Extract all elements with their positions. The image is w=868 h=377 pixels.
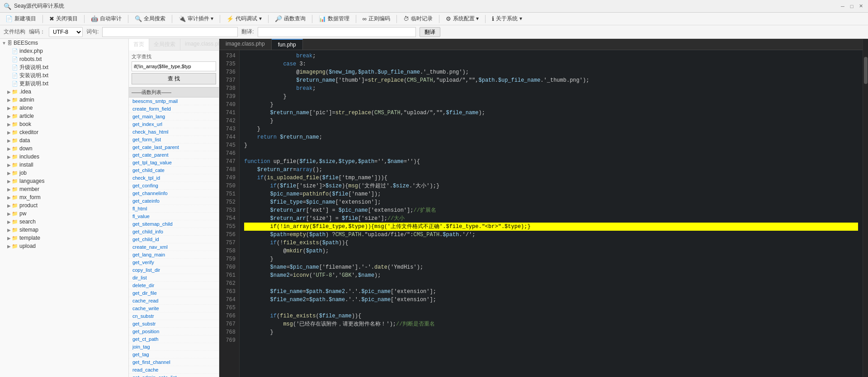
- tree-folder-book[interactable]: ▶ 📁 book: [0, 120, 128, 128]
- func-list-item[interactable]: get_channelinfo: [129, 190, 219, 197]
- menu-sys-config[interactable]: ⚙ 系统配置 ▾: [442, 14, 482, 24]
- func-list-item[interactable]: get_form_list: [129, 136, 219, 144]
- func-list-item[interactable]: check_has_html: [129, 128, 219, 136]
- tree-item-upgrade[interactable]: ▶ 📄 升级说明.txt: [0, 63, 128, 71]
- func-list-item[interactable]: copy_list_dir: [129, 266, 219, 274]
- tree-folder-search[interactable]: ▶ 📁 search: [0, 218, 128, 226]
- tab-global-search[interactable]: 全局搜索: [149, 39, 180, 50]
- minimize-button[interactable]: ─: [839, 3, 846, 10]
- func-list-item[interactable]: create_nav_xml: [129, 243, 219, 251]
- tree-folder-alone[interactable]: ▶ 📁 alone: [0, 104, 128, 112]
- right-scrollbar[interactable]: [863, 39, 868, 377]
- tree-folder-job[interactable]: ▶ 📁 job: [0, 169, 128, 177]
- line-number: 738: [223, 84, 236, 93]
- tree-folder-alone-label: alone: [19, 105, 33, 111]
- tree-folder-upload[interactable]: ▶ 📁 upload: [0, 242, 128, 250]
- tree-folder-languages[interactable]: ▶ 📁 languages: [0, 177, 128, 185]
- func-list-item[interactable]: get_index_url: [129, 121, 219, 128]
- func-list-item[interactable]: beescms_smtp_mail: [129, 98, 219, 105]
- tree-folder-idea-label: .idea: [19, 88, 31, 95]
- app-icon: 🔍: [4, 3, 11, 10]
- search-button[interactable]: 查 找: [132, 73, 216, 84]
- tree-folder-includes[interactable]: ▶ 📁 includes: [0, 153, 128, 161]
- tree-folder-ckeditor[interactable]: ▶ 📁 ckeditor: [0, 128, 128, 136]
- func-list-item[interactable]: get_child_cate: [129, 167, 219, 174]
- menu-code-debug[interactable]: ⚡ 代码调试 ▾: [223, 14, 265, 24]
- tree-root[interactable]: ▼ 🗄 BEEScms: [0, 39, 128, 47]
- func-list-item[interactable]: dir_list: [129, 274, 219, 282]
- tree-item-index[interactable]: ▶ 📄 index.php: [0, 47, 128, 55]
- func-list-item[interactable]: get_tpl_tag_value: [129, 159, 219, 167]
- translate-button[interactable]: 翻译: [420, 27, 440, 37]
- tree-folder-template[interactable]: ▶ 📁 template: [0, 234, 128, 242]
- tree-folder-pw[interactable]: ▶ 📁 pw: [0, 209, 128, 218]
- func-list-item[interactable]: join_tag: [129, 343, 219, 351]
- menu-global-search[interactable]: 🔍 全局搜索: [131, 14, 169, 24]
- search-input[interactable]: [132, 61, 216, 71]
- tree-item-update-txt[interactable]: ▶ 📄 更新说明.txt: [0, 79, 128, 88]
- menu-audit-plugin[interactable]: 🔌 审计插件 ▾: [175, 14, 217, 24]
- menu-data-manage[interactable]: 📊 数据管理: [315, 14, 353, 24]
- query-input[interactable]: [102, 27, 238, 37]
- tree-folder-idea[interactable]: ▶ 📁 .idea: [0, 88, 128, 96]
- func-list-item[interactable]: get_cateinfo: [129, 197, 219, 205]
- func-list-item[interactable]: get_child_id: [129, 236, 219, 243]
- func-list-item[interactable]: get_position: [129, 328, 219, 335]
- menu-new-project[interactable]: 📄 新建项目: [2, 14, 40, 24]
- func-list-item[interactable]: check_tpl_id: [129, 174, 219, 182]
- func-list-item[interactable]: get_confing: [129, 182, 219, 190]
- func-list-item[interactable]: fl_value: [129, 213, 219, 220]
- maximize-button[interactable]: □: [848, 3, 855, 10]
- menu-temp-record[interactable]: ⏱ 临时记录: [400, 14, 436, 24]
- func-list-item[interactable]: cache_write: [129, 305, 219, 312]
- func-list-item[interactable]: fl_html: [129, 205, 219, 213]
- tree-folder-article[interactable]: ▶ 📁 article: [0, 112, 128, 120]
- tree-item-robots[interactable]: ▶ 📄 robots.txt: [0, 55, 128, 63]
- tree-folder-down[interactable]: ▶ 📁 down: [0, 144, 128, 153]
- func-list-item[interactable]: get_ct_path: [129, 335, 219, 343]
- line-number: 754: [223, 214, 236, 223]
- menu-about-sys[interactable]: ℹ 关于系统 ▾: [488, 14, 525, 24]
- tree-item-install-txt[interactable]: ▶ 📄 安装说明.txt: [0, 71, 128, 79]
- tree-folder-sitemap-label: sitemap: [19, 227, 38, 233]
- code-content[interactable]: 7347357367377387397407417427437447457467…: [219, 50, 863, 377]
- translate-input[interactable]: [258, 27, 416, 37]
- func-list-item[interactable]: get_cate_last_parent: [129, 144, 219, 151]
- code-tab-fun-php[interactable]: fun.php: [272, 39, 303, 50]
- tree-folder-sitemap[interactable]: ▶ 📁 sitemap: [0, 226, 128, 234]
- func-list-item[interactable]: create_form_field: [129, 105, 219, 113]
- code-tab-image-class[interactable]: image.class.php: [219, 39, 272, 50]
- menu-close-project[interactable]: ✖ 关闭项目: [46, 14, 81, 24]
- func-list-item[interactable]: get_sitemap_child: [129, 220, 219, 228]
- func-list-item[interactable]: get_lang_main: [129, 251, 219, 259]
- func-list-item[interactable]: get_cate_parent: [129, 151, 219, 159]
- tree-folder-product[interactable]: ▶ 📁 product: [0, 201, 128, 209]
- menu-auto-audit[interactable]: 🤖 自动审计: [87, 14, 125, 24]
- func-list-item[interactable]: get_main_lang: [129, 113, 219, 121]
- tree-folder-admin[interactable]: ▶ 📁 admin: [0, 96, 128, 104]
- menu-func-query[interactable]: 🔎 函数查询: [271, 14, 309, 24]
- tree-folder-member[interactable]: ▶ 📁 member: [0, 185, 128, 193]
- encode-select[interactable]: UTF-8 GBK GB2312: [49, 27, 83, 37]
- tree-folder-mxform[interactable]: ▶ 📁 mx_form: [0, 193, 128, 201]
- func-list-item[interactable]: delete_dir: [129, 282, 219, 289]
- tab-home[interactable]: 首页: [129, 39, 149, 51]
- func-list-item[interactable]: read_cache: [129, 366, 219, 374]
- tree-folder-install[interactable]: ▶ 📁 install: [0, 161, 128, 169]
- func-list-item[interactable]: get_tag: [129, 351, 219, 358]
- func-list-item[interactable]: cache_read: [129, 297, 219, 305]
- expand-icon-alone: ▶: [7, 106, 11, 111]
- func-list-item[interactable]: cn_substr: [129, 312, 219, 320]
- menu-regex-encode[interactable]: ∞ 正则编码: [359, 14, 394, 24]
- func-list-item[interactable]: get_verify: [129, 259, 219, 266]
- func-list-item[interactable]: get_dir_file: [129, 289, 219, 297]
- app-title: Seay源代码审计系统: [14, 2, 839, 10]
- func-list-item[interactable]: get_child_info: [129, 228, 219, 236]
- func-list-item[interactable]: get_admin_cate_list: [129, 374, 219, 377]
- line-number: 758: [223, 247, 236, 255]
- func-list-item[interactable]: get_first_channel: [129, 358, 219, 366]
- close-button[interactable]: ✕: [857, 3, 864, 10]
- func-list-item[interactable]: get_substr: [129, 320, 219, 328]
- tree-folder-data[interactable]: ▶ 📁 data: [0, 136, 128, 144]
- tree-folder-upload-label: upload: [19, 243, 36, 249]
